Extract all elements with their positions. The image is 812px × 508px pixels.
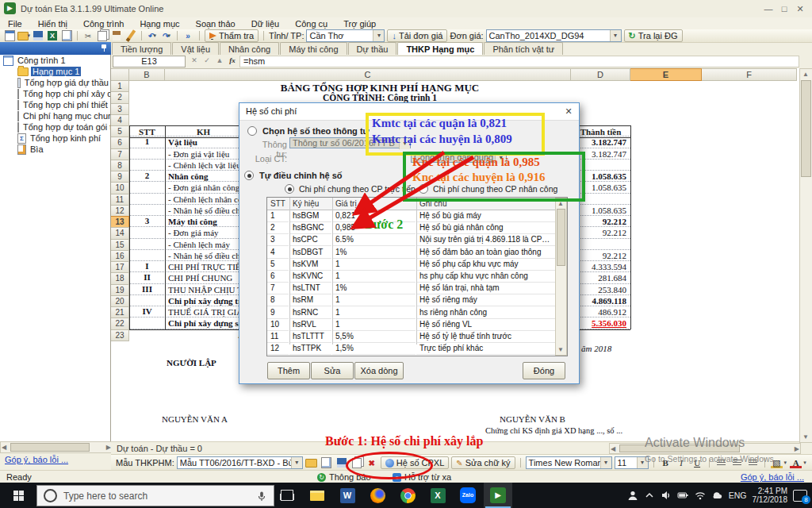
font-size-select[interactable]: 11 ▾: [615, 456, 649, 469]
taskbar-app-excel[interactable]: X: [423, 483, 452, 508]
page-button[interactable]: [320, 457, 333, 468]
taskbar-app-file-explorer[interactable]: [303, 483, 331, 508]
coef-cell-ky-hieu[interactable]: hsLTNT: [289, 282, 331, 294]
radio-cp-truc-tiep[interactable]: Chi phí chung theo CP trực tiếp: [285, 184, 416, 194]
template-select[interactable]: Mẫu TT06/2016/TT-BXD - Bù giá ▾: [177, 456, 303, 469]
coef-cell-ghi-chu[interactable]: Hệ số bù giá nhân công: [416, 221, 555, 234]
coef-cell-ghi-chu[interactable]: hs phụ cấp khu vực nhân công: [416, 270, 555, 283]
scroll-up-icon[interactable]: ▲: [802, 71, 809, 78]
coef-cell-stt[interactable]: 10: [267, 318, 289, 331]
row-header-19[interactable]: 19: [111, 284, 129, 296]
column-header-c[interactable]: C: [165, 68, 571, 81]
dialog-close-icon[interactable]: ✕: [561, 106, 576, 117]
menu-item-du-lieu[interactable]: Dữ liệu: [251, 19, 280, 29]
scrollbar-thumb[interactable]: [801, 80, 811, 177]
coef-cell-ghi-chu[interactable]: Trực tiếp phí khác: [416, 342, 555, 355]
row-header-8[interactable]: 8: [111, 160, 129, 171]
sidebar-item-tong-hop-chi-phi-xay-dung[interactable]: Tổng hợp chi phí xây dựng: [0, 88, 110, 99]
coef-cell-gia-tri[interactable]: 1%: [332, 246, 416, 259]
scrollbar-thumb[interactable]: [557, 209, 565, 266]
coef-cell-gia-tri[interactable]: 5,5%: [332, 330, 416, 343]
row-header-18[interactable]: 18: [111, 272, 129, 284]
start-button[interactable]: [0, 483, 36, 508]
taskbar-app-firefox[interactable]: [363, 483, 392, 508]
onedrive-cloud-icon[interactable]: [711, 490, 723, 501]
paste-button[interactable]: [110, 30, 123, 41]
tai-don-gia-button[interactable]: ↓ Tải đơn giá: [387, 29, 447, 42]
radio-thong-tu[interactable]: Chọn hệ số theo thông tư: [247, 126, 370, 136]
menu-item-tro-giup[interactable]: Trợ giúp: [343, 19, 376, 29]
coef-cell-ky-hieu[interactable]: hsKVNC: [289, 270, 331, 283]
tab-phan-tich-vat-tu[interactable]: Phân tích vật tư: [484, 42, 563, 55]
undo-button[interactable]: ↶▾: [146, 30, 159, 41]
row-header-15[interactable]: 15: [111, 239, 129, 251]
cancel-icon[interactable]: ✕: [189, 56, 200, 66]
row-header-1[interactable]: 1: [111, 80, 129, 92]
coef-cell-ghi-chu[interactable]: Hệ số đảm bảo an toàn giao thông: [416, 246, 555, 259]
coef-cell-gia-tri[interactable]: 1: [332, 258, 416, 271]
coef-cell-ky-hieu[interactable]: hsCPC: [289, 233, 331, 246]
clean-button[interactable]: [124, 30, 137, 41]
province-select[interactable]: Cần Thơ ▾: [306, 29, 385, 42]
scroll-right-icon[interactable]: ▶: [795, 445, 799, 452]
coef-cell-gia-tri[interactable]: 6.5%: [332, 233, 416, 246]
row-header-21[interactable]: 21: [111, 306, 129, 318]
row-header-4[interactable]: 4: [111, 114, 129, 126]
coef-cell-stt[interactable]: 11: [267, 330, 289, 343]
sidebar-item-bia[interactable]: Bìa: [0, 144, 110, 155]
coef-cell-stt[interactable]: 9: [267, 306, 289, 319]
row-header-17[interactable]: 17: [111, 261, 129, 273]
battery-icon[interactable]: [677, 490, 689, 501]
menu-item-file[interactable]: File: [8, 19, 22, 29]
column-header-e[interactable]: E: [630, 68, 702, 81]
cell-stt[interactable]: I: [129, 261, 165, 272]
feedback-link-left[interactable]: Góp ý, báo lỗi ...: [5, 455, 68, 464]
coef-cell-ky-hieu[interactable]: hsBGNC: [289, 221, 331, 234]
coef-cell-stt[interactable]: 4: [267, 246, 289, 259]
sheet-corner[interactable]: [111, 68, 129, 81]
xoa-dong-button[interactable]: Xóa dòng: [354, 362, 404, 379]
taskbar-app-chrome[interactable]: [393, 483, 422, 508]
scroll-left-icon[interactable]: ◀: [2, 444, 6, 451]
row-header-16[interactable]: 16: [111, 250, 129, 262]
tab-du-thau[interactable]: Dự thầu: [348, 42, 397, 55]
font-select[interactable]: Times New Romar ▾: [526, 456, 612, 469]
sidebar-item-tong-hop-gia-du-thau[interactable]: Tổng hợp giá dự thầu: [0, 77, 110, 88]
coef-cell-gia-tri[interactable]: 1,5%: [332, 342, 416, 355]
run-button[interactable]: »: [182, 30, 194, 41]
row-header-10[interactable]: 10: [111, 182, 129, 194]
row-header-9[interactable]: 9: [111, 171, 129, 183]
tab-thkp-hang-muc[interactable]: THKP Hạng mục: [397, 42, 483, 55]
sua-chu-ky-button[interactable]: ✎ Sửa chữ ký: [451, 456, 515, 469]
font-color-button[interactable]: A: [789, 456, 802, 469]
cell-stt[interactable]: IV: [129, 306, 165, 318]
close-button[interactable]: ✕: [793, 3, 807, 14]
coef-cell-stt[interactable]: 8: [267, 294, 289, 306]
sua-button[interactable]: Sửa: [311, 362, 354, 379]
coef-cell-ghi-chu[interactable]: Nội suy trên giá trị 4.869.118 là CPXD t…: [416, 233, 555, 246]
column-header-f[interactable]: F: [702, 68, 797, 81]
scrollbar-thumb[interactable]: [10, 443, 90, 452]
pin-icon[interactable]: [101, 44, 107, 52]
row-header-2[interactable]: 2: [111, 91, 129, 103]
tab-may-thi-cong[interactable]: Máy thi công: [280, 42, 347, 55]
unit-price-select[interactable]: CanTho_2014XD_DG94 ▾: [486, 29, 622, 42]
row-header-23[interactable]: 23: [111, 329, 129, 341]
cell-stt[interactable]: 1: [129, 137, 165, 148]
coef-cell-ky-hieu[interactable]: hsRVL: [289, 318, 331, 331]
coef-cell-ghi-chu[interactable]: Hệ số tỷ lệ thuế tính trước: [416, 330, 555, 343]
cell-stt[interactable]: 2: [129, 171, 165, 182]
coef-cell-stt[interactable]: 12: [267, 342, 289, 355]
taskbar-clock[interactable]: 2:41 PM 7/12/2018: [753, 487, 788, 504]
redo-button[interactable]: ↷▾: [160, 30, 173, 41]
volume-icon[interactable]: [661, 490, 672, 501]
tree-root[interactable]: Công trình 1: [0, 55, 110, 66]
action-center-icon[interactable]: 8: [793, 490, 807, 502]
coef-cell-ghi-chu[interactable]: Hệ số riêng VL: [416, 318, 555, 331]
expand-icon[interactable]: ▲: [214, 56, 225, 66]
coefficient-table[interactable]: STTKý hiệuGiá trịGhi chú1hsBGM0,821Hệ số…: [266, 197, 568, 356]
language-indicator[interactable]: ENG: [729, 491, 747, 500]
row-header-5[interactable]: 5: [111, 125, 129, 137]
scroll-down-icon[interactable]: ▼: [802, 433, 809, 441]
coef-cell-ky-hieu[interactable]: hsDBGT: [289, 246, 331, 259]
